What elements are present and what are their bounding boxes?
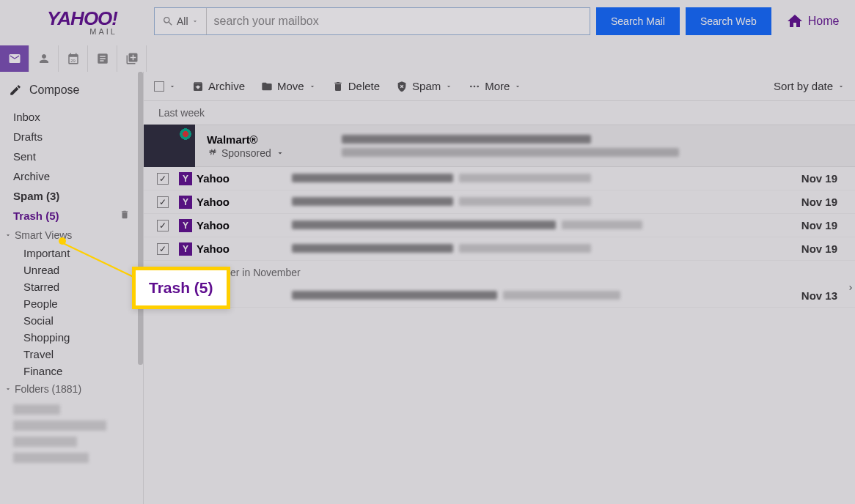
sv-finance[interactable]: Finance	[0, 363, 143, 379]
folder-drafts[interactable]: Drafts	[0, 127, 143, 147]
row-date: Nov 19	[789, 242, 848, 255]
more-button[interactable]: More	[469, 80, 521, 92]
folder-sent[interactable]: Sent	[0, 147, 143, 166]
chevron-down-icon	[4, 231, 12, 239]
chevron-down-icon	[514, 83, 521, 90]
svg-text:29: 29	[70, 59, 76, 63]
folder-trash[interactable]: Trash (5)	[0, 206, 143, 226]
folders-section-header[interactable]: Folders (1881)	[0, 379, 143, 399]
search-input[interactable]	[207, 15, 590, 28]
home-icon	[786, 12, 804, 30]
sv-shopping[interactable]: Shopping	[0, 329, 143, 346]
mail-row[interactable]: ✓ Y Yahoo Nov 19	[144, 167, 855, 190]
search-icon	[162, 15, 174, 27]
row-checkbox[interactable]: ✓	[157, 196, 169, 208]
row-checkbox[interactable]: ✓	[157, 220, 169, 231]
more-dots-icon	[469, 81, 480, 92]
compose-button[interactable]: Compose	[0, 78, 143, 103]
row-date: Nov 19	[789, 172, 848, 185]
sv-starred[interactable]: Starred	[0, 278, 143, 295]
yahoo-mail-logo[interactable]: YAHOO! MAIL	[15, 7, 117, 36]
folder-move-icon	[261, 81, 273, 92]
spam-shield-icon	[396, 81, 408, 92]
archive-button[interactable]: Archive	[192, 80, 245, 92]
chevron-down-icon	[4, 385, 12, 393]
sv-unread[interactable]: Unread	[0, 262, 143, 278]
row-checkbox[interactable]: ✓	[157, 173, 169, 185]
ad-thumbnail	[144, 125, 195, 167]
row-subject	[292, 219, 789, 231]
row-sender: Yahoo	[197, 196, 292, 208]
section-last-week: Last week	[144, 101, 855, 125]
svg-point-1	[470, 85, 472, 87]
move-button[interactable]: Move	[261, 80, 316, 92]
chevron-down-icon	[837, 83, 845, 90]
delete-button[interactable]: Delete	[332, 80, 380, 92]
folder-archive[interactable]: Archive	[0, 166, 143, 186]
sidebar: Compose Inbox Drafts Sent Archive Spam (…	[0, 72, 143, 504]
mail-row[interactable]: ✓ Y Yahoo Nov 19	[144, 237, 855, 261]
folder-inbox[interactable]: Inbox	[0, 107, 143, 127]
select-all-checkbox[interactable]	[154, 81, 176, 92]
sponsored-icon	[207, 148, 217, 158]
row-sender: Yahoo	[197, 172, 292, 185]
home-link[interactable]: Home	[786, 12, 840, 30]
yahoo-badge-icon: Y	[179, 219, 192, 232]
notepad-app-icon[interactable]	[88, 45, 117, 72]
ad-advertiser: Walmart®	[207, 133, 330, 146]
smart-views-list: Important Unread Starred People Social S…	[0, 245, 143, 379]
pencil-icon	[9, 84, 22, 97]
message-pane: Archive Move Delete Spam More	[143, 72, 855, 504]
calendar-app-icon[interactable]: 29	[59, 45, 88, 72]
search-web-button[interactable]: Search Web	[686, 7, 771, 35]
yahoo-badge-icon: Y	[179, 242, 192, 256]
svg-point-2	[474, 85, 476, 87]
search-area: All Search Mail Search Web	[154, 7, 771, 35]
ad-sponsored-label[interactable]: Sponsored	[207, 147, 330, 159]
chevron-down-icon	[309, 83, 316, 90]
mail-row[interactable]: ✓ Y Yahoo Nov 19	[144, 214, 855, 237]
header: YAHOO! MAIL All Search Mail Search Web H…	[0, 0, 855, 42]
row-date: Nov 13	[789, 289, 848, 302]
chevron-down-icon	[445, 83, 452, 90]
sponsored-ad[interactable]: Walmart® Sponsored	[144, 125, 855, 167]
sv-important[interactable]: Important	[0, 245, 143, 262]
row-date: Nov 19	[789, 219, 848, 231]
row-subject	[292, 289, 789, 302]
svg-point-3	[477, 85, 480, 87]
search-box: All	[154, 7, 590, 35]
spam-button[interactable]: Spam	[396, 80, 452, 92]
callout-dot	[59, 237, 66, 245]
sv-social[interactable]: Social	[0, 312, 143, 329]
smart-views-header[interactable]: Smart Views	[0, 226, 143, 245]
callout-box: Trash (5)	[132, 267, 230, 309]
yahoo-badge-icon: Y	[179, 196, 192, 209]
folder-spam[interactable]: Spam (3)	[0, 186, 143, 206]
trash-icon	[332, 81, 344, 92]
section-earlier: Earlier in November	[144, 261, 855, 284]
chevron-down-icon	[191, 18, 199, 25]
sv-people[interactable]: People	[0, 295, 143, 312]
row-sender: Yahoo	[197, 219, 292, 231]
mail-app-icon[interactable]	[0, 45, 29, 72]
news-app-icon[interactable]	[117, 45, 147, 72]
empty-trash-icon[interactable]	[120, 210, 130, 222]
sv-travel[interactable]: Travel	[0, 346, 143, 363]
contacts-app-icon[interactable]	[29, 45, 59, 72]
mail-row[interactable]: Flickr Nov 13	[144, 284, 855, 308]
sidebar-scrollbar[interactable]	[138, 72, 143, 365]
archive-icon	[192, 81, 204, 92]
row-date: Nov 19	[789, 196, 848, 208]
redacted-folders	[13, 404, 130, 463]
row-subject	[292, 242, 789, 255]
search-scope-dropdown[interactable]: All	[155, 8, 207, 34]
ad-preview	[342, 135, 855, 157]
sort-button[interactable]: Sort by date	[774, 80, 845, 92]
expand-pane-button[interactable]	[846, 282, 855, 294]
row-checkbox[interactable]: ✓	[157, 243, 169, 255]
toolbar: Archive Move Delete Spam More	[144, 72, 855, 101]
row-sender: Yahoo	[197, 242, 292, 255]
row-subject	[292, 196, 789, 208]
mail-row[interactable]: ✓ Y Yahoo Nov 19	[144, 190, 855, 214]
search-mail-button[interactable]: Search Mail	[596, 7, 680, 35]
